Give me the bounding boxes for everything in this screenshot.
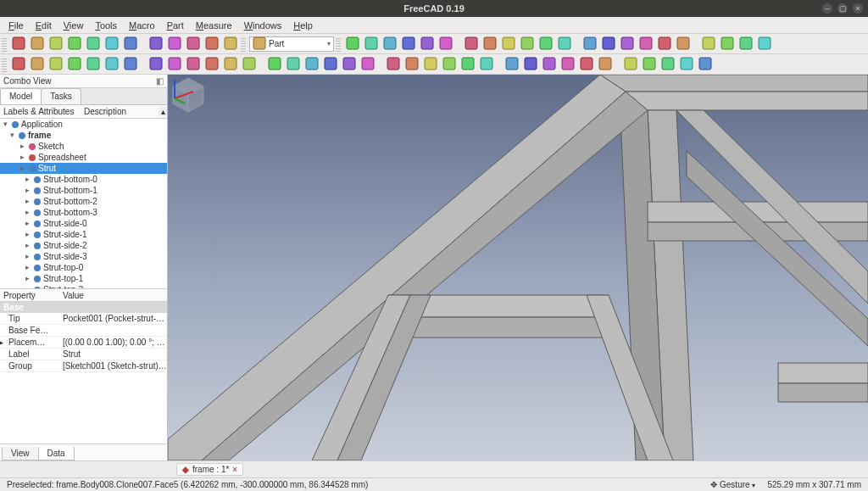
property-row[interactable]: TipPocket001 (Pocket-strut-chamfer-z) bbox=[0, 313, 167, 325]
paste-button[interactable] bbox=[103, 36, 120, 53]
tree-item[interactable]: ▸Strut-bottom-0 bbox=[0, 174, 167, 185]
save-button[interactable] bbox=[47, 36, 64, 53]
col4-button[interactable] bbox=[678, 56, 695, 73]
tree-item[interactable]: ▸Strut-side-0 bbox=[0, 218, 167, 229]
tree-item[interactable]: ▸Strut-top-1 bbox=[0, 273, 167, 284]
property-value[interactable]: [Sketch001 (Sketch-strut), Pad (Pad… bbox=[59, 361, 167, 371]
property-row[interactable]: LabelStrut bbox=[0, 349, 167, 360]
expand-toggle-icon[interactable]: ▸ bbox=[24, 273, 31, 284]
tree-item[interactable]: ▾Application bbox=[0, 119, 167, 130]
workbench-selector[interactable]: Part▾ bbox=[249, 36, 334, 52]
tree-header-desc[interactable]: Description bbox=[81, 107, 159, 116]
offset3d-button[interactable] bbox=[303, 56, 320, 73]
thickness-button[interactable] bbox=[322, 56, 339, 73]
undo-button[interactable] bbox=[122, 36, 139, 53]
part1-button[interactable] bbox=[519, 36, 536, 53]
mirror-button[interactable] bbox=[185, 56, 202, 73]
whatsthis-button[interactable] bbox=[756, 36, 773, 53]
sweep-button[interactable] bbox=[285, 56, 302, 73]
expand-toggle-icon[interactable]: ▸ bbox=[24, 196, 31, 207]
fillet-button[interactable] bbox=[203, 56, 220, 73]
texture-button[interactable] bbox=[619, 36, 636, 53]
right-button[interactable] bbox=[481, 36, 498, 53]
refresh-button[interactable] bbox=[166, 36, 183, 53]
property-value[interactable]: Pocket001 (Pocket-strut-chamfer-z) bbox=[59, 314, 167, 323]
document-tab-close-icon[interactable]: × bbox=[232, 465, 237, 474]
props-header-value[interactable]: Value bbox=[59, 291, 167, 300]
fuse-button[interactable] bbox=[403, 56, 420, 73]
revolve-button[interactable] bbox=[166, 56, 183, 73]
tree-header-labels[interactable]: Labels & Attributes bbox=[0, 107, 81, 116]
props-header-prop[interactable]: Property bbox=[0, 291, 59, 300]
menu-view[interactable]: View bbox=[58, 19, 89, 32]
sync-button[interactable] bbox=[556, 36, 573, 53]
link-button[interactable] bbox=[675, 36, 692, 53]
expand-toggle-icon[interactable]: ▸ bbox=[24, 185, 31, 196]
expand-toggle-icon[interactable]: ▸ bbox=[24, 262, 31, 273]
fit-sel-button[interactable] bbox=[363, 36, 380, 53]
tree-item[interactable]: ▸Strut-side-1 bbox=[0, 229, 167, 240]
menu-file[interactable]: File bbox=[3, 19, 29, 32]
expand-toggle-icon[interactable]: ▸ bbox=[19, 163, 26, 174]
macro-play-button[interactable] bbox=[222, 36, 239, 53]
left-button[interactable] bbox=[463, 36, 480, 53]
draw-style-button[interactable] bbox=[381, 36, 398, 53]
col1-button[interactable] bbox=[622, 56, 639, 73]
checkgeom-button[interactable] bbox=[522, 56, 539, 73]
menu-part[interactable]: Part bbox=[162, 19, 189, 32]
refine-button[interactable] bbox=[504, 56, 520, 73]
cut-button[interactable] bbox=[66, 36, 83, 53]
compound-button[interactable] bbox=[359, 56, 376, 73]
property-value[interactable]: Strut bbox=[59, 349, 167, 359]
export-button[interactable] bbox=[737, 36, 754, 53]
combo-popout-icon[interactable]: ◧ bbox=[156, 76, 164, 86]
macro-rec-button[interactable] bbox=[185, 36, 202, 53]
open-button[interactable] bbox=[29, 36, 46, 53]
menu-windows[interactable]: Windows bbox=[239, 19, 287, 32]
tree-item[interactable]: ▸Strut-side-2 bbox=[0, 240, 167, 251]
expand-toggle-icon[interactable]: ▸ bbox=[19, 152, 26, 163]
folder-button[interactable] bbox=[700, 36, 717, 53]
model-tree[interactable]: ▾Application▾frame▸Sketch▸Spreadsheet▸St… bbox=[0, 119, 167, 288]
cut-button[interactable] bbox=[385, 56, 402, 73]
property-tab-view[interactable]: View bbox=[2, 447, 39, 460]
prism-button[interactable] bbox=[103, 56, 120, 73]
measure-ang-button[interactable] bbox=[656, 36, 673, 53]
booleans-button[interactable] bbox=[478, 56, 495, 73]
minimize-button[interactable]: – bbox=[822, 3, 832, 14]
col2-button[interactable] bbox=[641, 56, 658, 73]
expand-toggle-icon[interactable]: ▸ bbox=[24, 207, 31, 218]
projection-button[interactable] bbox=[341, 56, 358, 73]
axo-button[interactable] bbox=[419, 36, 436, 53]
menu-measure[interactable]: Measure bbox=[191, 19, 237, 32]
extrude-button[interactable] bbox=[147, 56, 164, 73]
measure-dist-button[interactable] bbox=[637, 36, 654, 53]
expand-toggle-icon[interactable]: ▸ bbox=[24, 251, 31, 262]
tree-item[interactable]: ▸Strut-side-3 bbox=[0, 251, 167, 262]
fit-button[interactable] bbox=[344, 36, 361, 53]
nav-style-indicator[interactable]: ✥ Gesture ▾ bbox=[707, 480, 759, 489]
document-tab[interactable]: ◆ frame : 1* × bbox=[176, 463, 243, 476]
property-tab-data[interactable]: Data bbox=[38, 447, 75, 460]
chamfer-button[interactable] bbox=[222, 56, 239, 73]
property-row[interactable]: Group[Sketch001 (Sketch-strut), Pad (Pad… bbox=[0, 360, 167, 372]
macro-stop-button[interactable] bbox=[203, 36, 220, 53]
expand-toggle-icon[interactable]: ▸ bbox=[24, 229, 31, 240]
arrow-button[interactable] bbox=[500, 36, 517, 53]
tree-scroll-up[interactable]: ▴ bbox=[159, 107, 167, 116]
torus-button[interactable] bbox=[85, 56, 102, 73]
3d-viewport[interactable] bbox=[168, 75, 868, 460]
expand-toggle-icon[interactable]: ▸ bbox=[0, 338, 3, 347]
attach-button[interactable] bbox=[597, 56, 614, 73]
tree-item[interactable]: ▸Strut-bottom-3 bbox=[0, 207, 167, 218]
tree-item[interactable]: ▸Strut bbox=[0, 163, 167, 174]
cone-button[interactable] bbox=[66, 56, 83, 73]
defeature-button[interactable] bbox=[541, 56, 558, 73]
tab-model[interactable]: Model bbox=[0, 88, 42, 104]
col3-button[interactable] bbox=[659, 56, 676, 73]
menu-edit[interactable]: Edit bbox=[31, 19, 57, 32]
menu-help[interactable]: Help bbox=[288, 19, 318, 32]
home-button[interactable] bbox=[437, 36, 454, 53]
bbox-button[interactable] bbox=[600, 36, 617, 53]
cyl-button[interactable] bbox=[29, 56, 46, 73]
